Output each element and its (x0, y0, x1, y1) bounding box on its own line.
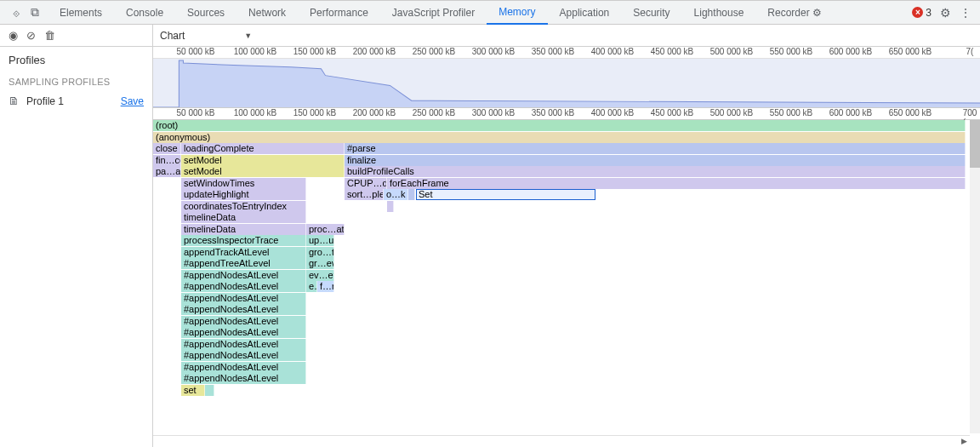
flame-node[interactable]: #appendNodesAtLevel (181, 350, 306, 361)
flame-node[interactable] (205, 385, 214, 396)
flame-node[interactable]: appendTrackAtLevel (181, 247, 306, 258)
flame-node[interactable]: proc…ata (306, 224, 345, 235)
tab-memory[interactable]: Memory (487, 1, 547, 25)
profile-item[interactable]: 🗎 Profile 1 Save (0, 90, 152, 112)
flame-node[interactable]: processInspectorTrace (181, 235, 306, 246)
ruler-tick: 400 000 kB (591, 108, 635, 117)
flame-node[interactable]: setModel (181, 166, 345, 177)
flame-chart[interactable]: (root)(anonymous)closeloadingComplete#pa… (153, 120, 980, 396)
flame-node[interactable]: (anonymous) (153, 132, 966, 143)
devtools-tabbar: ⟐ ⧉ ElementsConsoleSourcesNetworkPerform… (0, 1, 980, 25)
flame-node[interactable]: buildProfileCalls (345, 166, 966, 177)
flame-node[interactable]: #appendNodesAtLevel (181, 373, 306, 384)
ruler-tick: 50 000 kB (176, 47, 214, 56)
flame-node[interactable]: #appendNodesAtLevel (181, 316, 306, 327)
flame-node[interactable]: #parse (345, 143, 966, 154)
flame-node[interactable]: #appendNodesAtLevel (181, 304, 306, 315)
flame-node[interactable]: #appendTreeAtLevel (181, 258, 306, 269)
flame-node[interactable]: up…up (306, 235, 334, 246)
ruler-tick: 450 000 kB (651, 47, 694, 56)
tab-elements[interactable]: Elements (48, 1, 114, 25)
flame-node[interactable]: f…r (317, 281, 334, 292)
ruler-tick: 200 000 kB (353, 47, 396, 56)
settings-icon[interactable]: ⚙ (940, 6, 951, 20)
ruler-tick: 500 000 kB (710, 108, 754, 117)
scrollbar-vertical[interactable] (970, 120, 980, 433)
ruler-bottom[interactable]: 50 000 kB100 000 kB150 000 kB200 000 kB2… (153, 108, 980, 120)
flame-node[interactable]: pa…at (153, 166, 181, 177)
scrollbar-horizontal[interactable]: ▶ (153, 435, 970, 447)
flame-node[interactable]: #appendNodesAtLevel (181, 281, 306, 292)
flame-node[interactable]: ev…ew (306, 270, 334, 281)
overview-chart[interactable] (153, 59, 980, 108)
flame-node[interactable]: #appendNodesAtLevel (181, 270, 306, 281)
ruler-tick: 600 000 kB (829, 47, 873, 56)
ruler-tick: 200 000 kB (353, 108, 396, 117)
flame-node[interactable]: forEachFrame (387, 178, 966, 189)
chevron-down-icon: ▼ (244, 32, 252, 40)
ruler-tick: 250 000 kB (413, 47, 456, 56)
ruler-tick: 450 000 kB (651, 108, 694, 117)
tab-sources[interactable]: Sources (175, 1, 236, 25)
flame-node[interactable]: #appendNodesAtLevel (181, 339, 306, 350)
tab-performance[interactable]: Performance (298, 1, 380, 25)
device-toggle-icon[interactable]: ⧉ (27, 5, 43, 20)
ruler-tick: 500 000 kB (710, 47, 754, 56)
flame-node[interactable]: CPUP…del (345, 178, 387, 189)
ruler-tick: 300 000 kB (472, 47, 516, 56)
flame-node[interactable]: coordinatesToEntryIndex (181, 201, 306, 212)
flame-node[interactable]: updateHighlight (181, 189, 306, 200)
flame-node[interactable]: #appendNodesAtLevel (181, 293, 306, 304)
ruler-tick: 650 000 kB (889, 47, 932, 56)
ruler-tick: 350 000 kB (532, 47, 575, 56)
flame-node[interactable]: gr…ew (306, 258, 334, 269)
ruler-top[interactable]: 50 000 kB100 000 kB150 000 kB200 000 kB2… (153, 47, 980, 59)
flame-node[interactable]: Set (416, 189, 595, 200)
clear-button[interactable]: ⊘ (26, 29, 36, 42)
save-link[interactable]: Save (121, 95, 144, 107)
scroll-right-icon[interactable]: ▶ (959, 436, 970, 446)
ruler-tick: 100 000 kB (234, 47, 277, 56)
ruler-tick: 650 000 kB (889, 108, 932, 117)
ruler-tick: 350 000 kB (532, 108, 575, 117)
view-select-value: Chart (160, 30, 185, 42)
view-select[interactable]: Chart ▼ (160, 30, 252, 42)
inspect-icon[interactable]: ⟐ (9, 6, 24, 20)
tab-javascript-profiler[interactable]: JavaScript Profiler (380, 1, 487, 25)
flame-node[interactable]: o…k (384, 189, 408, 200)
flame-node[interactable]: e… (306, 281, 317, 292)
flame-node[interactable]: setModel (181, 155, 345, 166)
flame-node[interactable]: close (153, 143, 181, 154)
flame-node[interactable]: (root) (153, 120, 966, 131)
flame-node[interactable]: timelineData (181, 224, 306, 235)
flame-node[interactable]: gro…ts (306, 247, 334, 258)
tab-console[interactable]: Console (114, 1, 175, 25)
ruler-tick: 250 000 kB (413, 108, 456, 117)
profiles-heading: Profiles (0, 47, 152, 70)
error-badge[interactable]: × 3 (912, 7, 932, 19)
memory-toolbar: ◉ ⊘ 🗑 Chart ▼ (0, 25, 980, 47)
tab-recorder-[interactable]: Recorder ⚙ (755, 1, 834, 25)
flame-node[interactable]: #appendNodesAtLevel (181, 362, 306, 373)
flame-node[interactable] (408, 189, 415, 200)
flame-node[interactable]: setWindowTimes (181, 178, 306, 189)
tab-network[interactable]: Network (236, 1, 298, 25)
tab-security[interactable]: Security (621, 1, 681, 25)
flame-node[interactable]: timelineData (181, 212, 306, 223)
flame-node[interactable]: loadingComplete (181, 143, 345, 154)
flame-node[interactable] (387, 201, 394, 212)
flame-node[interactable]: set (181, 385, 205, 396)
error-count: 3 (926, 7, 932, 19)
record-button[interactable]: ◉ (9, 29, 18, 42)
flame-node[interactable]: sort…ples (345, 189, 384, 200)
flame-node[interactable]: fin…ce (153, 155, 181, 166)
flame-node[interactable]: #appendNodesAtLevel (181, 327, 306, 338)
profiles-sidebar: Profiles SAMPLING PROFILES 🗎 Profile 1 S… (0, 47, 153, 447)
tab-application[interactable]: Application (548, 1, 622, 25)
ruler-tick: 400 000 kB (591, 47, 635, 56)
more-icon[interactable]: ⋮ (960, 6, 971, 20)
flame-node[interactable]: finalize (345, 155, 966, 166)
delete-button[interactable]: 🗑 (44, 29, 55, 42)
ruler-tick: 300 000 kB (472, 108, 516, 117)
tab-lighthouse[interactable]: Lighthouse (682, 1, 756, 25)
